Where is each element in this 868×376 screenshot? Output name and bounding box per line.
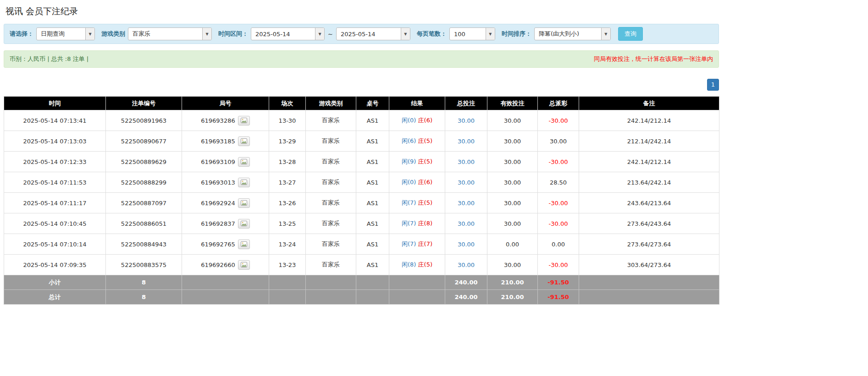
replay-icon-button[interactable] xyxy=(238,157,250,167)
cell-bet-id: 522500890677 xyxy=(106,131,182,152)
total-bet-link[interactable]: 30.00 xyxy=(458,179,475,186)
cell-result: 闲(0) 庄(6) xyxy=(389,172,445,193)
result-banker: 庄(5) xyxy=(418,158,432,165)
column-header: 有效投注 xyxy=(487,97,538,110)
cell-time: 2025-05-14 07:10:14 xyxy=(4,234,106,255)
game-type-select[interactable]: 百家乐 ▼ xyxy=(128,27,212,40)
payout-value: -30.00 xyxy=(549,158,568,165)
cell-time: 2025-05-14 07:10:45 xyxy=(4,213,106,234)
cell-time: 2025-05-14 07:13:03 xyxy=(4,131,106,152)
cell-round-id: 619692660 xyxy=(182,255,269,275)
cell-bet-id: 522500883575 xyxy=(106,255,182,275)
result-banker: 庄(7) xyxy=(418,240,432,247)
replay-icon-button[interactable] xyxy=(238,116,250,125)
date-from-select[interactable]: 2025-05-14 ▼ xyxy=(251,27,325,40)
cell-result: 闲(8) 庄(5) xyxy=(389,255,445,275)
tilde-separator: ~ xyxy=(328,31,333,38)
currency-summary-text: 币别：人民币 | 总共 :8 注单 | xyxy=(10,55,88,63)
cell-session: 13-23 xyxy=(269,255,306,275)
cell-table-no: AS1 xyxy=(356,172,389,193)
total-bet-link[interactable]: 30.00 xyxy=(458,117,475,124)
cell-result: 闲(7) 庄(5) xyxy=(389,193,445,213)
query-type-value: 日期查询 xyxy=(37,28,85,40)
column-header: 场次 xyxy=(269,97,306,110)
summary-payout: -91.50 xyxy=(538,290,579,305)
result-banker: 庄(6) xyxy=(418,179,432,185)
total-bet-link[interactable]: 30.00 xyxy=(458,220,475,227)
result-banker: 庄(8) xyxy=(418,220,432,227)
cell-game-type: 百家乐 xyxy=(306,110,356,131)
total-bet-link[interactable]: 30.00 xyxy=(458,158,475,165)
cell-bet-id: 522500889629 xyxy=(106,152,182,172)
replay-icon-button[interactable] xyxy=(238,198,250,208)
column-header: 桌号 xyxy=(356,97,389,110)
cell-note: 273.64/243.64 xyxy=(579,213,719,234)
total-bet-link[interactable]: 30.00 xyxy=(458,200,475,207)
info-bar: 币别：人民币 | 总共 :8 注单 | 同局有效投注，统一计算在该局第一张注单内 xyxy=(4,50,719,68)
cell-game-type: 百家乐 xyxy=(306,234,356,255)
chevron-down-icon[interactable]: ▼ xyxy=(85,28,94,40)
cell-session: 13-30 xyxy=(269,110,306,131)
round-number: 619692837 xyxy=(201,220,235,227)
cell-valid-bet: 30.00 xyxy=(487,193,538,213)
replay-icon-button[interactable] xyxy=(238,260,250,270)
sort-order-label: 时间排序： xyxy=(502,30,531,38)
cell-game-type: 百家乐 xyxy=(306,172,356,193)
replay-icon-button[interactable] xyxy=(238,240,250,249)
page-1-button[interactable]: 1 xyxy=(707,79,719,91)
chevron-down-icon[interactable]: ▼ xyxy=(486,28,495,40)
pagination: 1 xyxy=(4,79,719,91)
cell-session: 13-29 xyxy=(269,131,306,152)
chevron-down-icon[interactable]: ▼ xyxy=(601,28,610,40)
cell-round-id: 619692837 xyxy=(182,213,269,234)
summary-valid-bet: 210.00 xyxy=(487,275,538,290)
round-number: 619693109 xyxy=(201,158,235,165)
result-player: 闲(6) xyxy=(402,137,416,144)
cell-payout: 28.50 xyxy=(538,172,579,193)
cell-note: 242.14/212.14 xyxy=(579,152,719,172)
table-row: 2025-05-14 07:10:14522500884943619692765… xyxy=(4,234,719,255)
search-button[interactable]: 查询 xyxy=(618,27,643,41)
cell-valid-bet: 30.00 xyxy=(487,152,538,172)
chevron-down-icon[interactable]: ▼ xyxy=(315,28,324,40)
result-player: 闲(0) xyxy=(402,117,416,124)
cell-session: 13-27 xyxy=(269,172,306,193)
payout-value: 0.00 xyxy=(552,241,565,248)
cell-total-bet: 30.00 xyxy=(445,193,487,213)
cell-payout: -30.00 xyxy=(538,110,579,131)
sort-order-value: 降冪(由大到小) xyxy=(535,28,601,40)
cell-session: 13-25 xyxy=(269,213,306,234)
total-bet-link[interactable]: 30.00 xyxy=(458,138,475,145)
replay-icon-button[interactable] xyxy=(238,136,250,146)
column-header: 总投注 xyxy=(445,97,487,110)
page-size-select[interactable]: 100 ▼ xyxy=(449,27,495,40)
total-row: 总计8240.00210.00-91.50 xyxy=(4,290,719,305)
payout-value: 30.00 xyxy=(550,138,567,145)
table-row: 2025-05-14 07:13:41522500891963619693286… xyxy=(4,110,719,131)
replay-icon-button[interactable] xyxy=(238,219,250,229)
sort-order-select[interactable]: 降冪(由大到小) ▼ xyxy=(534,27,611,40)
summary-count: 8 xyxy=(106,275,182,290)
total-bet-link[interactable]: 30.00 xyxy=(458,241,475,248)
replay-icon-button[interactable] xyxy=(238,178,250,187)
cell-session: 13-26 xyxy=(269,193,306,213)
cell-result: 闲(7) 庄(8) xyxy=(389,213,445,234)
table-row: 2025-05-14 07:11:53522500888299619693013… xyxy=(4,172,719,193)
date-to-select[interactable]: 2025-05-14 ▼ xyxy=(336,27,410,40)
query-type-select[interactable]: 日期查询 ▼ xyxy=(36,27,95,40)
game-type-value: 百家乐 xyxy=(128,28,202,40)
cell-payout: 30.00 xyxy=(538,131,579,152)
cell-note: 213.64/242.14 xyxy=(579,172,719,193)
summary-label: 总计 xyxy=(4,290,106,305)
chevron-down-icon[interactable]: ▼ xyxy=(401,28,410,40)
chevron-down-icon[interactable]: ▼ xyxy=(202,28,211,40)
cell-valid-bet: 30.00 xyxy=(487,131,538,152)
total-bet-link[interactable]: 30.00 xyxy=(458,262,475,268)
cell-game-type: 百家乐 xyxy=(306,213,356,234)
cell-total-bet: 30.00 xyxy=(445,152,487,172)
cell-bet-id: 522500888299 xyxy=(106,172,182,193)
payout-value: -30.00 xyxy=(549,220,568,227)
column-header: 总派彩 xyxy=(538,97,579,110)
cell-total-bet: 30.00 xyxy=(445,172,487,193)
result-player: 闲(7) xyxy=(402,240,416,247)
